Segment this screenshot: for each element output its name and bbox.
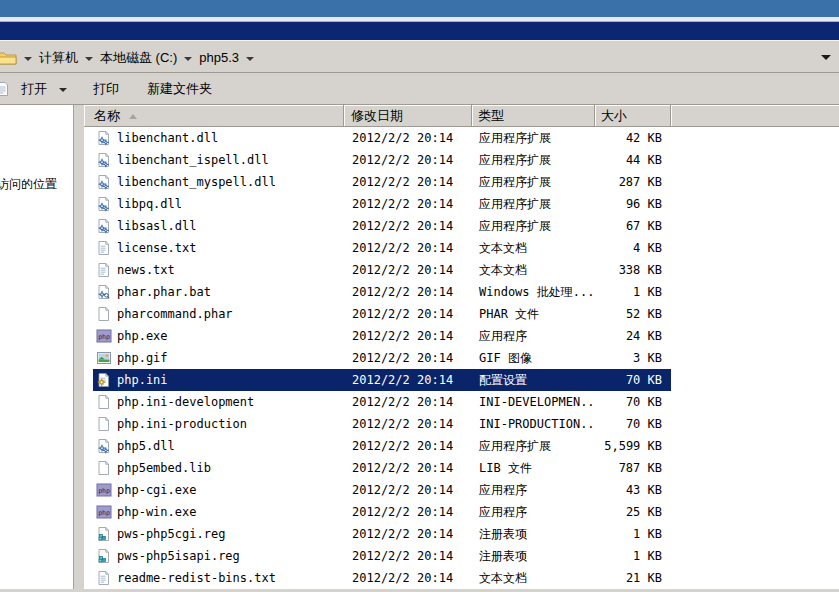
php-file-icon: php: [96, 482, 112, 498]
file-row[interactable]: pws-php5isapi.reg 2012/2/2 20:14 注册表项 1 …: [84, 545, 839, 567]
breadcrumb-chevron-icon[interactable]: [85, 57, 93, 61]
txt-file-icon: [96, 262, 112, 278]
file-row[interactable]: phar.phar.bat 2012/2/2 20:14 Windows 批处理…: [84, 281, 839, 303]
file-date-modified: 2012/2/2 20:14: [344, 237, 472, 259]
file-type: 文本文档: [472, 567, 595, 589]
column-header-size[interactable]: 大小: [595, 105, 671, 127]
file-row[interactable]: libpq.dll 2012/2/2 20:14 应用程序扩展 96 KB: [84, 193, 839, 215]
breadcrumb-item-computer[interactable]: 计算机: [39, 49, 78, 67]
dll-file-icon: [96, 438, 112, 454]
file-name: libenchant.dll: [117, 131, 218, 145]
file-type: 应用程序扩展: [472, 193, 595, 215]
window-title-band: [0, 22, 839, 40]
file-date-modified: 2012/2/2 20:14: [344, 501, 472, 523]
file-type: GIF 图像: [472, 347, 595, 369]
file-name: php.ini-production: [117, 417, 247, 431]
file-type: 应用程序: [472, 325, 595, 347]
file-date-modified: 2012/2/2 20:14: [344, 545, 472, 567]
file-name: php-win.exe: [117, 505, 196, 519]
row-filler: [671, 545, 839, 567]
file-size: 287 KB: [595, 171, 671, 193]
file-date-modified: 2012/2/2 20:14: [344, 457, 472, 479]
print-button[interactable]: 打印: [87, 76, 125, 102]
breadcrumb-item-php53[interactable]: php5.3: [199, 50, 239, 65]
file-name: php.gif: [117, 351, 168, 365]
file-row[interactable]: libenchant.dll 2012/2/2 20:14 应用程序扩展 42 …: [84, 127, 839, 149]
new-folder-button[interactable]: 新建文件夹: [141, 76, 218, 102]
column-header-type[interactable]: 类型: [472, 105, 595, 127]
file-row[interactable]: pharcommand.phar 2012/2/2 20:14 PHAR 文件 …: [84, 303, 839, 325]
file-size: 1 KB: [595, 523, 671, 545]
file-date-modified: 2012/2/2 20:14: [344, 171, 472, 193]
address-history-dropdown-icon[interactable]: [821, 55, 831, 60]
file-row[interactable]: libenchant_ispell.dll 2012/2/2 20:14 应用程…: [84, 149, 839, 171]
txt-file-icon: [96, 570, 112, 586]
file-type: 注册表项: [472, 545, 595, 567]
php-file-icon: php: [96, 328, 112, 344]
file-type: 应用程序扩展: [472, 215, 595, 237]
breadcrumb-chevron-icon[interactable]: [246, 57, 254, 61]
file-size: 70 KB: [595, 369, 671, 391]
file-name: php5.dll: [117, 439, 175, 453]
file-size: 5,599 KB: [595, 435, 671, 457]
file-date-modified: 2012/2/2 20:14: [344, 303, 472, 325]
file-size: 338 KB: [595, 259, 671, 281]
file-date-modified: 2012/2/2 20:14: [344, 325, 472, 347]
file-date-modified: 2012/2/2 20:14: [344, 281, 472, 303]
sidebar-divider[interactable]: [74, 105, 84, 589]
row-filler: [671, 457, 839, 479]
row-filler: [671, 127, 839, 149]
file-size: 43 KB: [595, 479, 671, 501]
sidebar-item-recent-places[interactable]: 访问的位置: [0, 105, 73, 193]
row-filler: [671, 523, 839, 545]
command-toolbar: 打开 打印 新建文件夹: [0, 73, 839, 105]
file-row[interactable]: php php-win.exe 2012/2/2 20:14 应用程序 25 K…: [84, 501, 839, 523]
open-dropdown-icon[interactable]: [59, 88, 67, 92]
file-type: LIB 文件: [472, 457, 595, 479]
column-header-name-label: 名称: [94, 107, 120, 125]
row-filler: [671, 369, 839, 391]
file-row[interactable]: php.ini-development 2012/2/2 20:14 INI-D…: [84, 391, 839, 413]
file-name: readme-redist-bins.txt: [117, 571, 276, 585]
breadcrumb-dropdown-icon[interactable]: [24, 57, 32, 61]
breadcrumb-chevron-icon[interactable]: [184, 57, 192, 61]
file-date-modified: 2012/2/2 20:14: [344, 369, 472, 391]
row-filler: [671, 391, 839, 413]
file-row[interactable]: php php-cgi.exe 2012/2/2 20:14 应用程序 43 K…: [84, 479, 839, 501]
file-type: Windows 批处理...: [472, 281, 595, 303]
address-bar: 计算机 本地磁盘 (C:) php5.3: [0, 43, 839, 73]
file-row[interactable]: libsasl.dll 2012/2/2 20:14 应用程序扩展 67 KB: [84, 215, 839, 237]
file-name: pharcommand.phar: [117, 307, 233, 321]
blank-file-icon: [96, 306, 112, 322]
file-row-selected[interactable]: php.ini 2012/2/2 20:14 配置设置 70 KB: [84, 369, 839, 391]
file-row[interactable]: php5embed.lib 2012/2/2 20:14 LIB 文件 787 …: [84, 457, 839, 479]
file-row[interactable]: libenchant_myspell.dll 2012/2/2 20:14 应用…: [84, 171, 839, 193]
ini-file-icon: [96, 372, 112, 388]
column-header-date-modified[interactable]: 修改日期: [344, 105, 472, 127]
file-row[interactable]: license.txt 2012/2/2 20:14 文本文档 4 KB: [84, 237, 839, 259]
file-size: 1 KB: [595, 281, 671, 303]
row-filler: [671, 325, 839, 347]
open-button[interactable]: 打开: [15, 76, 53, 102]
file-row[interactable]: readme-redist-bins.txt 2012/2/2 20:14 文本…: [84, 567, 839, 589]
php-file-icon: php: [96, 504, 112, 520]
document-icon: [0, 81, 11, 97]
file-row[interactable]: php.ini-production 2012/2/2 20:14 INI-PR…: [84, 413, 839, 435]
file-size: 4 KB: [595, 237, 671, 259]
breadcrumb-item-local-disk-c[interactable]: 本地磁盘 (C:): [100, 49, 177, 67]
file-row[interactable]: pws-php5cgi.reg 2012/2/2 20:14 注册表项 1 KB: [84, 523, 839, 545]
file-type: 应用程序: [472, 501, 595, 523]
file-row[interactable]: news.txt 2012/2/2 20:14 文本文档 338 KB: [84, 259, 839, 281]
row-filler: [671, 259, 839, 281]
file-row[interactable]: php5.dll 2012/2/2 20:14 应用程序扩展 5,599 KB: [84, 435, 839, 457]
file-row[interactable]: php.gif 2012/2/2 20:14 GIF 图像 3 KB: [84, 347, 839, 369]
file-date-modified: 2012/2/2 20:14: [344, 391, 472, 413]
file-size: 3 KB: [595, 347, 671, 369]
column-header-name[interactable]: 名称: [84, 105, 344, 127]
explorer-content: 访问的位置 名称 修改日期 类型 大小 libenchant.dll 2012/…: [0, 105, 839, 589]
file-row[interactable]: php php.exe 2012/2/2 20:14 应用程序 24 KB: [84, 325, 839, 347]
file-name: php.ini: [117, 373, 168, 387]
txt-file-icon: [96, 240, 112, 256]
file-type: 文本文档: [472, 259, 595, 281]
file-date-modified: 2012/2/2 20:14: [344, 149, 472, 171]
